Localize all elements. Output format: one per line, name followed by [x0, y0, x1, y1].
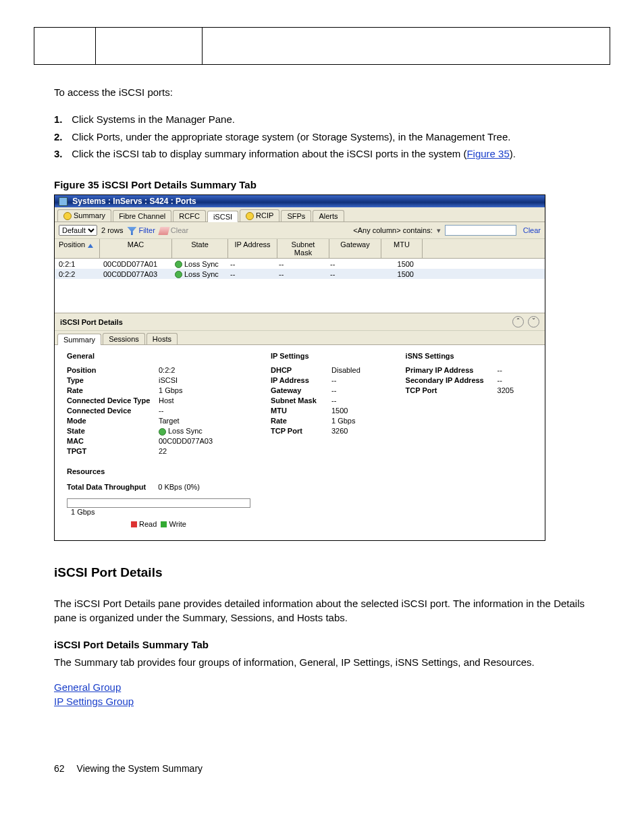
- collapse-up-icon[interactable]: ˆ: [512, 316, 524, 328]
- detail-tabs: Summary Sessions Hosts: [55, 331, 545, 345]
- post-intro: The iSCSI Port Details pane provides det…: [54, 596, 590, 626]
- grid-header: Position MAC State IP Address Subnet Mas…: [55, 239, 545, 259]
- step-number: 3.: [54, 147, 69, 161]
- sort-asc-icon: [88, 244, 93, 248]
- step-text: Click the iSCSI tab to display summary i…: [72, 148, 466, 159]
- eraser-icon: [158, 227, 169, 235]
- reference-table: [34, 27, 610, 65]
- warning-icon: [63, 212, 72, 220]
- legend-read-icon: [131, 521, 137, 527]
- contains-label: <Any column> contains:: [353, 226, 432, 234]
- link-ip-settings-group[interactable]: IP Settings Group: [54, 696, 134, 707]
- step-text: Click Systems in the Manager Pane.: [72, 113, 235, 125]
- expand-down-icon[interactable]: ˇ: [528, 316, 539, 328]
- tab-summary[interactable]: Summary: [57, 209, 111, 221]
- view-select[interactable]: Default: [59, 225, 97, 236]
- details-header: iSCSI Port Details ˆ ˇ: [55, 313, 545, 331]
- tab-sfps[interactable]: SFPs: [281, 210, 311, 221]
- resources-group: Total Data Throughput 0 KBps (0%) 1 Gbps…: [67, 482, 250, 527]
- col-mtu[interactable]: MTU: [381, 239, 423, 258]
- warning-icon: [246, 212, 254, 220]
- toolbar: Default 2 rows Filter Clear <Any column>…: [55, 222, 545, 239]
- window-title: Systems : InServs : S424 : Ports: [72, 197, 196, 206]
- filter-icon: [127, 227, 136, 235]
- window-titlebar: Systems : InServs : S424 : Ports: [55, 195, 545, 207]
- figure-link[interactable]: Figure 35: [466, 148, 509, 159]
- step-number: 1.: [54, 112, 69, 127]
- dropdown-icon[interactable]: ▾: [437, 226, 441, 235]
- tab-alerts[interactable]: Alerts: [313, 210, 344, 221]
- clear-search[interactable]: Clear: [523, 226, 541, 234]
- legend-write-icon: [161, 521, 167, 527]
- grid-body: 0:2:1 00C0DD077A01 Loss Sync -- -- -- 15…: [55, 259, 545, 279]
- footer-title: Viewing the System Summary: [77, 763, 203, 774]
- filter-button[interactable]: Filter: [127, 226, 155, 235]
- throughput-bar: [67, 498, 250, 508]
- state-icon: [175, 271, 182, 278]
- tab-iscsi[interactable]: iSCSI: [207, 211, 238, 222]
- bar-max-label: 1 Gbps: [71, 508, 95, 516]
- link-general-group[interactable]: General Group: [54, 681, 121, 693]
- state-icon: [159, 428, 166, 436]
- table-row[interactable]: 0:2:2 00C0DD077A03 Loss Sync -- -- -- 15…: [55, 269, 545, 279]
- step-number: 2.: [54, 130, 69, 145]
- sub-section-text: The Summary tab provides four groups of …: [54, 655, 590, 670]
- isns-settings-group: iSNS Settings Primary IP Address-- Secon…: [406, 352, 533, 527]
- clear-filter-button[interactable]: Clear: [159, 226, 188, 235]
- col-ip[interactable]: IP Address: [228, 239, 277, 258]
- table-cell: [34, 28, 96, 65]
- table-cell: [96, 28, 203, 65]
- figure-caption: Figure 35 iSCSI Port Details Summary Tab: [54, 179, 590, 190]
- table-cell: [203, 28, 610, 65]
- sub-section-header: iSCSI Port Details Summary Tab: [54, 637, 590, 652]
- intro-text: To access the iSCSI ports:: [54, 85, 590, 100]
- tab-fibre-channel[interactable]: Fibre Channel: [113, 210, 171, 221]
- resources-header: Resources: [67, 467, 250, 475]
- col-mac[interactable]: MAC: [100, 239, 172, 258]
- ip-settings-group: IP Settings DHCPDisabled IP Address-- Ga…: [271, 352, 385, 527]
- page-footer: 62 Viewing the System Summary: [34, 763, 610, 774]
- tab-detail-sessions[interactable]: Sessions: [103, 333, 145, 344]
- general-group: General Position0:2:2 TypeiSCSI Rate1 Gb…: [67, 352, 250, 457]
- col-gateway[interactable]: Gateway: [329, 239, 381, 258]
- screenshot-window: Systems : InServs : S424 : Ports Summary…: [54, 194, 545, 541]
- page-number: 62: [54, 763, 65, 774]
- tab-detail-summary[interactable]: Summary: [57, 334, 101, 345]
- tab-rcfc[interactable]: RCFC: [173, 210, 206, 221]
- row-count: 2 rows: [101, 226, 123, 234]
- search-input[interactable]: [445, 225, 516, 236]
- state-icon: [175, 261, 182, 268]
- table-row[interactable]: 0:2:1 00C0DD077A01 Loss Sync -- -- -- 15…: [55, 259, 545, 269]
- section-header: iSCSI Port Details: [54, 565, 590, 580]
- tab-rcip[interactable]: RCIP: [240, 209, 279, 221]
- col-state[interactable]: State: [172, 239, 228, 258]
- app-icon: [59, 197, 68, 206]
- step-text: Click Ports, under the appropriate stora…: [72, 131, 510, 142]
- step-text-after: ).: [510, 148, 516, 159]
- main-tabs: Summary Fibre Channel RCFC iSCSI RCIP SF…: [55, 207, 545, 222]
- col-mask[interactable]: Subnet Mask: [277, 239, 329, 258]
- tab-detail-hosts[interactable]: Hosts: [146, 333, 178, 344]
- col-position[interactable]: Position: [55, 239, 100, 258]
